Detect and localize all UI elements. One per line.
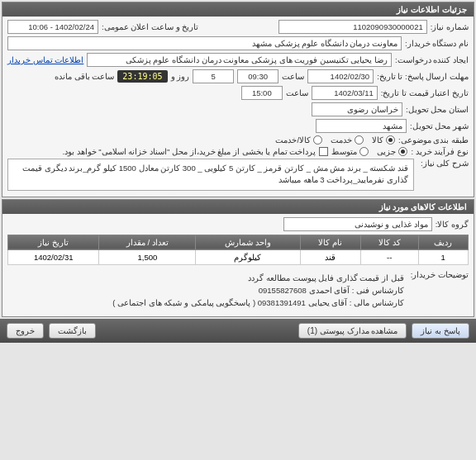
th-code: کد کالا (360, 235, 418, 249)
note-line-3: کارشناس مالی : آقای یحیایی 09381391491 (… (112, 296, 403, 309)
class-radio-group: کالا خدمت کالا/خدمت (275, 135, 395, 145)
treasury-checkbox[interactable] (319, 147, 328, 156)
respond-button[interactable]: پاسخ به نیاز (412, 323, 469, 339)
th-name: نام کالا (300, 235, 360, 249)
contact-link[interactable]: اطلاعات تماس خریدار (7, 55, 83, 64)
radio-kala[interactable] (386, 135, 395, 145)
valid-date: 1402/03/11 (312, 86, 378, 100)
proc-radio-group: جزیی متوسط (331, 147, 407, 156)
attachments-button[interactable]: مشاهده مدارک پیوستی (1) (298, 323, 407, 339)
cell-date: 1402/02/31 (8, 249, 99, 264)
radio-khedmat[interactable] (355, 135, 364, 145)
days-left: 5 (193, 69, 234, 83)
req-no-label: شماره نیاز: (431, 22, 469, 31)
th-idx: ردیف (418, 235, 469, 249)
announce-label: تاریخ و ساعت اعلان عمومی: (102, 22, 198, 31)
announce-value: 1402/02/24 - 10:06 (7, 20, 98, 34)
deadline-time: 09:30 (237, 69, 278, 83)
creator-label: ایجاد کننده درخواست: (395, 55, 469, 64)
group-value: مواد غذایی و نوشیدنی (283, 217, 432, 231)
valid-label: تاریخ اعتبار قیمت تا تاریخ: (381, 88, 469, 97)
radio-khedmat-label: خدمت (331, 135, 352, 145)
buyer-value: معاونت درمان دانشگاه علوم پزشکی مشهد (7, 36, 402, 50)
radio-jozi-label: جزیی (377, 147, 396, 156)
buyer-notes: قبل از قیمت گذاری فایل پیوست مطالعه گردد… (109, 270, 407, 311)
province-label: استان محل تحویل: (406, 105, 469, 114)
radio-both[interactable] (313, 135, 322, 145)
back-button[interactable]: بازگشت (49, 323, 96, 339)
group-label: گروه کالا: (436, 220, 469, 229)
day-label: روز و (171, 72, 190, 81)
city-label: شهر محل تحویل: (410, 121, 469, 130)
proc-label: نوع فرآیند خرید : (411, 147, 469, 156)
creator-value: رضا یحیایی تکنیسین فوریت های پزشکی معاون… (87, 53, 392, 67)
valid-time: 15:00 (241, 86, 283, 100)
footer-bar: پاسخ به نیاز مشاهده مدارک پیوستی (1) باز… (0, 319, 476, 343)
th-qty: تعداد / مقدار (99, 235, 196, 249)
desc-value: قند شکسته _ برند مش مش _ کارتن قرمز _ کا… (7, 159, 414, 191)
province-value: خراسان رضوی (312, 102, 402, 116)
cell-code: -- (360, 249, 418, 264)
deadline-label: مهلت ارسال پاسخ: تا تاریخ: (377, 72, 469, 81)
cell-qty: 1,500 (99, 249, 196, 264)
exit-button[interactable]: خروج (7, 323, 44, 339)
cell-unit: کیلوگرم (196, 249, 300, 264)
proc-note: پرداخت تمام یا بخشی از مبلغ خرید،از محل … (62, 147, 316, 156)
cell-idx: 1 (418, 249, 469, 264)
th-unit: واحد شمارش (196, 235, 300, 249)
notes-label: توضیحات خریدار: (411, 270, 469, 279)
radio-kala-label: کالا (372, 135, 383, 145)
radio-both-label: کالا/خدمت (275, 135, 311, 145)
time-label-2: ساعت (286, 88, 308, 97)
radio-jozi[interactable] (398, 147, 407, 156)
remaining-label: ساعت باقی مانده (55, 72, 114, 81)
panel-header-items: اطلاعات کالاهای مورد نیاز (2, 200, 474, 214)
desc-label: شرح کلی نیاز: (421, 159, 469, 168)
panel-header-details: جزئیات اطلاعات نیاز (2, 2, 474, 17)
buyer-label: نام دستگاه خریدار: (405, 39, 469, 48)
time-label-1: ساعت (282, 72, 304, 81)
items-table: ردیف کد کالا نام کالا واحد شمارش تعداد /… (7, 235, 469, 265)
table-row[interactable]: 1 -- قند کیلوگرم 1,500 1402/02/31 (8, 249, 469, 264)
countdown: 23:19:05 (117, 70, 167, 83)
note-line-2: کارشناس فنی : آقای احمدی 09155827608 (112, 284, 403, 296)
class-label: طبقه بندی موضوعی: (398, 135, 469, 145)
radio-motevaset-label: متوسط (331, 147, 357, 156)
th-date: تاریخ نیاز (8, 235, 99, 249)
deadline-date: 1402/02/30 (307, 69, 374, 83)
cell-name: قند (300, 249, 360, 264)
city-value: مشهد (316, 119, 407, 133)
radio-motevaset[interactable] (359, 147, 369, 156)
note-line-1: قبل از قیمت گذاری فایل پیوست مطالعه گردد (112, 272, 403, 284)
req-no-value: 1102090930000021 (278, 20, 427, 34)
